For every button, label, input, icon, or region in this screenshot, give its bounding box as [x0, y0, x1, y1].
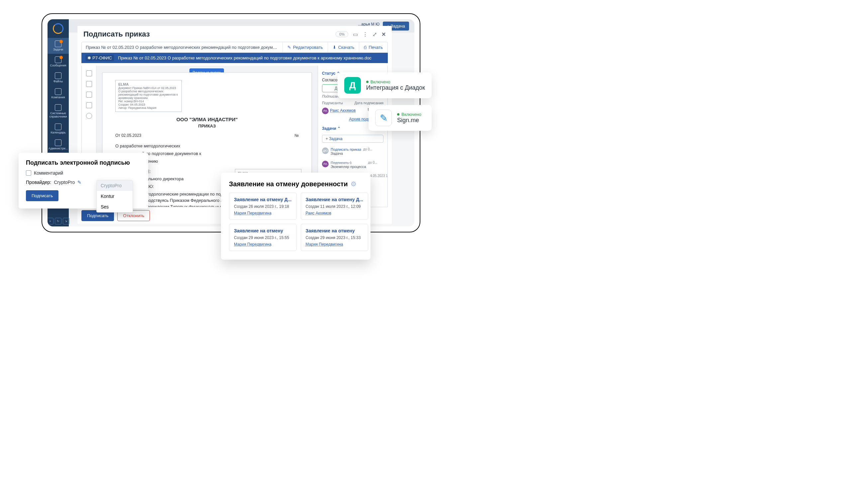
- integration-title: Sign.me: [397, 117, 421, 124]
- gear-icon: [55, 139, 62, 146]
- doc-date: От 02.05.2023: [115, 133, 141, 138]
- close-icon[interactable]: ✕: [382, 31, 386, 37]
- download-icon: ⬇: [333, 45, 336, 50]
- edit-provider-icon[interactable]: ✎: [78, 180, 81, 185]
- crumb-bar: Приказ № от 02.05.2023 О разработке мето…: [81, 42, 388, 53]
- cancellation-popover: Заявление на отмену доверенности⚙ Заявле…: [221, 173, 370, 260]
- calendar-icon: [55, 123, 62, 130]
- author-link[interactable]: Мария Передвигина: [234, 211, 292, 215]
- rail-label: Календарь: [51, 131, 65, 134]
- provider-value: CryptoPro: [54, 180, 75, 185]
- pencil-icon: ✎: [287, 45, 291, 50]
- chat-icon: [55, 56, 62, 63]
- avatar-icon: РА: [322, 108, 329, 114]
- cancellation-grid: Заявление на отмену Д... Создан 26 июля …: [229, 193, 363, 251]
- rail-label: Администри...: [49, 147, 68, 150]
- form-icon[interactable]: [86, 92, 92, 98]
- rail-label: Задачи: [53, 48, 63, 51]
- avatar-icon: ДЮ: [322, 147, 329, 154]
- doc-filename: Приказ № от 02.05.2023 О разработке мето…: [118, 55, 384, 60]
- search-icon[interactable]: [86, 70, 92, 76]
- integration-title: Интеграция с Диадок: [366, 84, 425, 91]
- rail-label: Файлы: [53, 80, 63, 83]
- integration-status: Включено: [397, 112, 421, 117]
- rail-item-calendar[interactable]: Календарь: [48, 121, 69, 137]
- add-task-button[interactable]: + Задача: [322, 135, 384, 143]
- signdate-head: Дата подписания: [354, 101, 384, 105]
- rail-item-messages[interactable]: Сообщения: [48, 54, 69, 70]
- rail-controls-2: ≡ ↻ ⇲: [48, 216, 71, 226]
- provider-option[interactable]: CryptoPro: [97, 180, 133, 191]
- modal-header: Подписать приказ 0% ▭ ⋮ ⤢ ✕: [78, 26, 392, 42]
- request-card[interactable]: Заявление на отмену Создан 29 июня 2023 …: [229, 224, 297, 251]
- refresh-icon[interactable]: ↻: [55, 218, 62, 224]
- author-link[interactable]: Мария Передвигина: [234, 242, 292, 247]
- signme-icon: ✎: [375, 109, 392, 126]
- doc-kind: ПРИКАЗ: [115, 123, 299, 128]
- file-icon: [55, 72, 62, 79]
- signer-link[interactable]: Раис Акхямов: [330, 108, 356, 113]
- modal-title: Подписать приказ: [83, 30, 150, 38]
- rail-item-files[interactable]: Файлы: [48, 70, 69, 86]
- signers-head: Подписанты: [322, 101, 343, 105]
- rail-label: Компания: [51, 95, 65, 99]
- tool-download[interactable]: ⬇Скачать: [327, 42, 359, 52]
- link-icon[interactable]: ⇲: [63, 218, 69, 224]
- provider-option[interactable]: Ses: [97, 202, 133, 212]
- rail-label: Системные справочники: [49, 111, 67, 118]
- rail-item-admin[interactable]: Администри...: [48, 137, 69, 153]
- provider-dropdown: CryptoPro Kontur Ses: [96, 180, 133, 212]
- avatar-icon: РА: [322, 161, 329, 167]
- doc-org: ООО "ЭЛМА ИНДАСТРИ": [115, 117, 299, 122]
- request-card[interactable]: Заявление на отмену Д... Создан 11 июля …: [301, 193, 369, 220]
- book-open-icon[interactable]: ▭: [353, 31, 358, 37]
- elma-logo-icon: ELMA: [118, 82, 129, 86]
- office-title-bar: ✱ Р7-ОФИС Приказ № от 02.05.2023 О разра…: [81, 53, 388, 63]
- cancellation-title: Заявление на отмену доверенности⚙: [229, 180, 363, 188]
- expand-icon[interactable]: ⤢: [372, 31, 377, 37]
- rail-item-tasks[interactable]: Задачи: [48, 38, 69, 54]
- integration-card-signme: ✎ Включено Sign.me: [369, 105, 432, 131]
- more-icon[interactable]: ⋮: [363, 31, 368, 37]
- esign-title: Подписать электронной подписью: [26, 159, 141, 166]
- provider-option[interactable]: Kontur: [97, 191, 133, 202]
- rail-item-directories[interactable]: Системные справочники: [48, 102, 69, 121]
- comment-checkbox[interactable]: Комментарий: [26, 170, 141, 176]
- tool-print[interactable]: ⎙Печать: [359, 42, 387, 52]
- request-card[interactable]: Заявление на отмену Создан 29 июня 2023 …: [301, 224, 369, 251]
- integration-card-diadoc: Д Включено Интеграция с Диадок: [338, 72, 432, 98]
- people-icon: [55, 88, 62, 95]
- comment-icon[interactable]: [86, 81, 92, 87]
- task-item[interactable]: РА Подписать 1 Экземпляр процесса до 0..…: [322, 161, 384, 169]
- progress-pill: 0%: [336, 31, 348, 37]
- rail-label: Сообщения: [50, 64, 66, 67]
- print-icon: ⎙: [364, 45, 367, 50]
- clipboard-icon: [55, 40, 62, 47]
- book-icon: [55, 104, 62, 111]
- doc-subject-1: О разработке методологических: [115, 143, 299, 150]
- diadoc-icon: Д: [344, 77, 361, 93]
- request-card[interactable]: Заявление на отмену Д... Создан 26 июля …: [229, 193, 297, 220]
- author-link[interactable]: Мария Передвигина: [306, 242, 364, 247]
- r7-badge: ✱ Р7-ОФИС: [85, 55, 114, 61]
- info-icon[interactable]: [86, 113, 92, 119]
- crumb-title: Приказ № от 02.05.2023 О разработке мето…: [82, 42, 283, 52]
- app-logo-icon: [53, 23, 64, 34]
- checkbox-icon: [26, 170, 31, 176]
- gear-icon[interactable]: ⚙: [351, 180, 356, 188]
- integration-status: Включено: [366, 79, 425, 84]
- rail-item-company[interactable]: Компания: [48, 86, 69, 102]
- reg-stamp-top: ELMA Документ:Приказ №ВН-014 от 02.05.20…: [115, 80, 182, 112]
- author-link[interactable]: Раис Акхямов: [306, 211, 364, 215]
- esign-popover: Подписать электронной подписью Комментар…: [19, 153, 148, 209]
- esign-submit-button[interactable]: Подписать: [26, 190, 58, 201]
- tool-edit[interactable]: ✎Редактировать: [283, 42, 327, 52]
- doc-num-label: №: [295, 133, 299, 138]
- task-item[interactable]: ДЮ Подписать приказ Задача до 0...: [322, 147, 384, 155]
- stamp-icon[interactable]: [86, 102, 92, 108]
- menu-icon[interactable]: ≡: [48, 218, 53, 224]
